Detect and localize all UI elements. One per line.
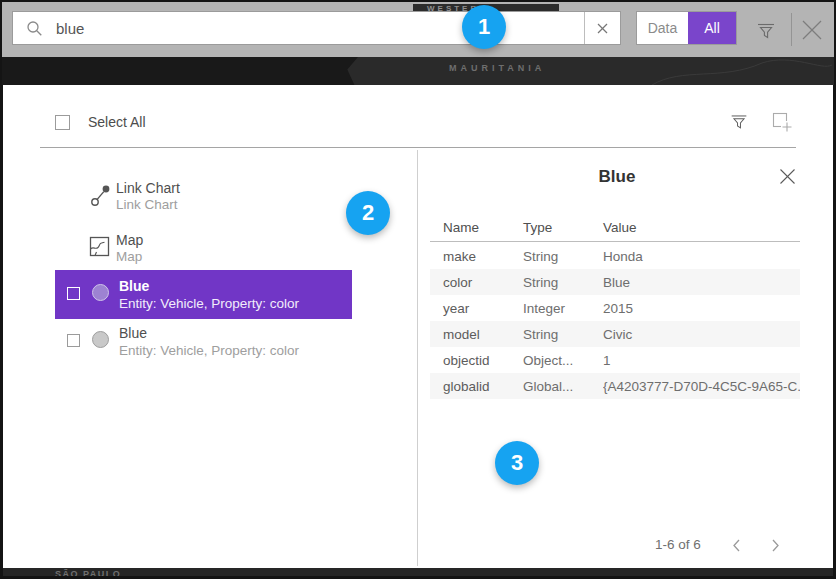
result-subtitle: Map <box>116 248 143 265</box>
property-row: objectid Object... 1 <box>430 347 800 373</box>
chevron-left-icon <box>731 538 741 553</box>
property-row: year Integer 2015 <box>430 295 800 321</box>
column-header-name: Name <box>443 220 479 235</box>
result-subtitle: Entity: Vehicle, Property: color <box>119 342 299 359</box>
cell-name: model <box>430 327 523 342</box>
property-row: make String Honda <box>430 243 800 269</box>
toolbar-divider <box>791 13 792 46</box>
annotation-badge-1: 1 <box>462 5 506 49</box>
close-icon <box>800 18 824 42</box>
search-scope-toggle: Data All <box>636 11 737 45</box>
result-title: Blue <box>119 325 147 341</box>
toolbar-filter-button[interactable] <box>754 18 778 46</box>
cell-type: String <box>523 249 603 264</box>
link-chart-icon <box>89 183 113 213</box>
cell-name: objectid <box>430 353 523 368</box>
detail-title: Blue <box>417 167 817 187</box>
result-subtitle: Entity: Vehicle, Property: color <box>119 295 299 312</box>
result-title: Link Chart <box>116 180 180 196</box>
map-boundary-lines <box>642 57 832 85</box>
cell-value: Honda <box>603 249 800 264</box>
cell-type: String <box>523 275 603 290</box>
cell-value: Civic <box>603 327 800 342</box>
pagination-prev-button[interactable] <box>731 538 741 557</box>
add-selection-icon <box>770 110 794 134</box>
cell-name: globalid <box>430 379 523 394</box>
annotation-badge-3: 3 <box>495 441 539 485</box>
app-window: WESTER Data All <box>0 0 836 579</box>
map-city-label: SÃO PAULO <box>55 569 121 576</box>
entity-circle-icon <box>92 284 109 301</box>
result-item-map[interactable]: Map Map <box>3 232 351 270</box>
map-background: MAURITANIA <box>2 57 834 85</box>
close-search-button[interactable] <box>800 18 824 46</box>
annotation-badge-2: 2 <box>346 191 390 235</box>
search-toolbar: WESTER Data All <box>2 2 834 57</box>
property-row: color String Blue <box>430 269 800 295</box>
property-table: make String Honda color String Blue year… <box>430 243 800 399</box>
result-checkbox[interactable] <box>67 334 80 347</box>
property-row: globalid Global... {A4203777-D70D-4C5C-9… <box>430 373 800 399</box>
cell-type: Global... <box>523 379 603 394</box>
map-icon <box>89 236 110 261</box>
add-to-selection-button[interactable] <box>770 110 794 138</box>
close-detail-button[interactable] <box>779 168 796 189</box>
cell-value: 1 <box>603 353 800 368</box>
result-item-blue[interactable]: Blue Entity: Vehicle, Property: color <box>55 325 352 369</box>
scope-option-data[interactable]: Data <box>637 12 688 44</box>
select-all-checkbox[interactable] <box>55 115 70 130</box>
search-results-panel: Select All <box>3 85 833 568</box>
entity-circle-icon <box>92 331 109 348</box>
chevron-right-icon <box>771 538 781 553</box>
search-box <box>12 11 621 45</box>
close-icon <box>779 168 796 185</box>
cell-value: Blue <box>603 275 800 290</box>
cell-name: year <box>430 301 523 316</box>
clear-search-button[interactable] <box>584 12 620 44</box>
cell-name: make <box>430 249 523 264</box>
search-icon <box>26 20 43 37</box>
cell-type: String <box>523 327 603 342</box>
result-title: Map <box>116 232 143 248</box>
result-item-link-chart[interactable]: Link Chart Link Chart <box>3 180 351 218</box>
map-bottom-strip: SÃO PAULO <box>3 568 833 576</box>
cell-value: 2015 <box>603 301 800 316</box>
cell-value: {A4203777-D70D-4C5C-9A65-C... <box>603 379 800 394</box>
result-checkbox[interactable] <box>67 287 80 300</box>
column-header-value: Value <box>603 220 637 235</box>
select-all-label: Select All <box>88 114 146 131</box>
cell-type: Object... <box>523 353 603 368</box>
map-country-label: MAURITANIA <box>449 63 545 73</box>
property-row: model String Civic <box>430 321 800 347</box>
filter-icon <box>728 110 750 132</box>
list-detail-divider <box>417 150 418 566</box>
scope-option-all[interactable]: All <box>688 12 736 44</box>
clear-icon <box>597 23 608 34</box>
result-subtitle: Link Chart <box>116 196 180 213</box>
column-header-type: Type <box>523 220 552 235</box>
result-item-blue-selected[interactable]: Blue Entity: Vehicle, Property: color <box>55 270 352 319</box>
cell-name: color <box>430 275 523 290</box>
filter-icon <box>754 18 778 42</box>
table-header-divider <box>430 241 800 242</box>
map-ocean-area <box>2 57 358 85</box>
pagination-next-button[interactable] <box>771 538 781 557</box>
panel-divider <box>40 147 796 148</box>
cell-type: Integer <box>523 301 603 316</box>
results-filter-button[interactable] <box>728 110 750 136</box>
pagination-range: 1-6 of 6 <box>655 537 701 552</box>
result-title: Blue <box>119 278 149 294</box>
